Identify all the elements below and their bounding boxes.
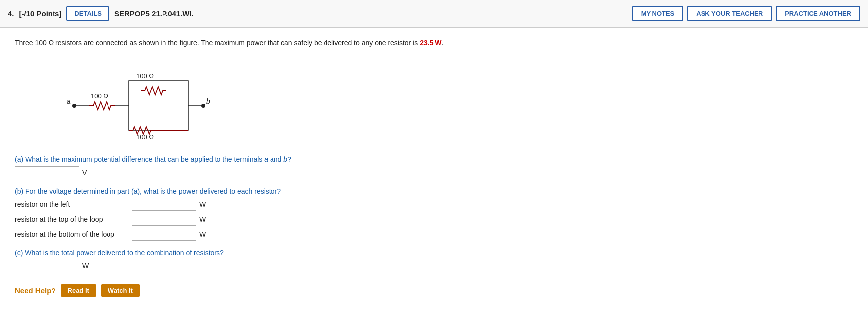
my-notes-button[interactable]: MY NOTES <box>632 6 684 21</box>
part-a-input[interactable] <box>15 166 79 179</box>
circuit-svg: a 100 Ω 100 Ω 100 Ω b <box>45 56 223 145</box>
description-prefix: Three 100 Ω resistors are connected as s… <box>15 39 420 47</box>
part-c-answer-row: W <box>15 260 853 272</box>
part-c-label: (c) What is the total power delivered to… <box>15 249 853 257</box>
highlight-value: 23.5 W <box>420 39 441 47</box>
part-a-label: (a) What is the maximum potential differ… <box>15 155 853 163</box>
question-number: 4. <box>8 9 14 18</box>
resistor-top-unit: W <box>199 215 206 223</box>
resistor-left-label: resistor on the left <box>15 200 129 208</box>
resistor-bottom-row: resistor at the bottom of the loop W <box>15 228 853 241</box>
read-it-button[interactable]: Read It <box>61 284 96 297</box>
practice-another-button[interactable]: PRACTICE ANOTHER <box>776 6 860 21</box>
resistor-left-unit: W <box>199 200 206 208</box>
resistor-bottom-input[interactable] <box>132 228 196 241</box>
part-c-input[interactable] <box>15 260 79 272</box>
resistor-bottom-label: resistor at the bottom of the loop <box>15 230 129 238</box>
ask-teacher-button[interactable]: ASK YOUR TEACHER <box>687 6 772 21</box>
svg-text:100 Ω: 100 Ω <box>91 92 108 100</box>
part-b-label: (b) For the voltage determined in part (… <box>15 187 853 195</box>
part-a-answer-row: V <box>15 166 853 179</box>
header: 4. [-/10 Points] DETAILS SERPOP5 21.P.04… <box>0 0 868 28</box>
header-left: 4. [-/10 Points] DETAILS SERPOP5 21.P.04… <box>8 6 626 21</box>
problem-description: Three 100 Ω resistors are connected as s… <box>15 38 853 48</box>
resistor-top-row: resistor at the top of the loop W <box>15 213 853 226</box>
watch-it-button[interactable]: Watch It <box>101 284 140 297</box>
svg-text:100 Ω: 100 Ω <box>136 72 154 80</box>
circuit-diagram: a 100 Ω 100 Ω 100 Ω b <box>45 56 223 145</box>
points-label: [-/10 Points] <box>19 9 62 18</box>
svg-text:a: a <box>67 97 71 105</box>
problem-code: SERPOP5 21.P.041.WI. <box>114 9 194 18</box>
content: Three 100 Ω resistors are connected as s… <box>0 28 868 307</box>
need-help-section: Need Help? Read It Watch It <box>15 284 853 297</box>
description-suffix: . <box>442 39 444 47</box>
details-button[interactable]: DETAILS <box>66 6 109 21</box>
svg-text:100 Ω: 100 Ω <box>136 133 154 141</box>
resistor-left-row: resistor on the left W <box>15 198 853 211</box>
part-a-unit: V <box>82 169 87 177</box>
svg-point-9 <box>201 104 205 108</box>
svg-point-0 <box>72 104 76 108</box>
resistor-bottom-unit: W <box>199 230 206 238</box>
resistor-top-label: resistor at the top of the loop <box>15 215 129 223</box>
part-c-unit: W <box>82 262 89 270</box>
resistor-left-input[interactable] <box>132 198 196 211</box>
need-help-label: Need Help? <box>15 286 56 295</box>
svg-text:b: b <box>206 97 210 105</box>
header-right: MY NOTES ASK YOUR TEACHER PRACTICE ANOTH… <box>632 6 860 21</box>
resistor-top-input[interactable] <box>132 213 196 226</box>
